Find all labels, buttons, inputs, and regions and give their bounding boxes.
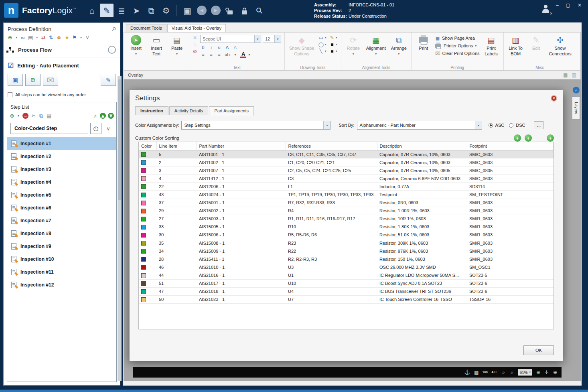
stroke-color-icon[interactable]: ■ xyxy=(330,42,335,47)
tab-instruction[interactable]: Instruction xyxy=(135,106,168,115)
part-row[interactable]: 34AIS15009 - 1R22Resistor, 976K 1%, 0603… xyxy=(139,247,554,255)
add-step-icon[interactable]: ⊕ xyxy=(8,35,12,40)
color-swatch[interactable] xyxy=(141,160,146,165)
zoom-in-icon[interactable]: ⌕ xyxy=(509,370,514,375)
asc-radio[interactable] xyxy=(489,123,493,128)
col-line-item[interactable]: Line Item xyxy=(156,142,197,150)
color-swatch[interactable] xyxy=(141,176,146,181)
zoom-100-icon[interactable]: 100 xyxy=(483,371,488,374)
bold-icon[interactable]: b xyxy=(200,45,206,50)
shape-line-dropdown-icon[interactable]: ▾ xyxy=(324,50,327,53)
step-item[interactable]: Inspection #10 xyxy=(7,253,116,266)
part-row[interactable]: 37AIS15001 - 1R7, R32, R32-R33, R33Resis… xyxy=(139,199,554,207)
pen-color-dropdown-icon[interactable]: ▾ xyxy=(335,36,338,39)
zoom-search-icon[interactable]: ⌕ xyxy=(93,113,98,118)
add-step-dropdown-icon[interactable]: ▾ xyxy=(15,36,18,39)
tab-document-tools[interactable]: Document Tools xyxy=(126,24,166,32)
import-step-button[interactable]: ⧉ xyxy=(25,74,41,86)
pin-icon[interactable]: ⚲ xyxy=(111,26,118,32)
grow-font-icon[interactable]: A xyxy=(224,45,230,50)
part-row[interactable]: 27AIS15003 - 1R1, R11, R11, R16, R16-R17… xyxy=(139,215,554,223)
step-item[interactable]: Inspection #4 xyxy=(7,176,116,189)
print-button[interactable]: Print xyxy=(415,34,432,52)
font-color-button[interactable]: A xyxy=(240,52,246,58)
dsc-radio[interactable] xyxy=(509,123,513,128)
navigate-icon[interactable]: ➤ xyxy=(130,4,143,17)
part-row[interactable]: 29AIS15002 - 1R4Resistor, 1.00R 1%, 0603… xyxy=(139,207,554,215)
sort-by-select[interactable]: Alphanumeric - Part Number ▾ xyxy=(357,121,482,130)
stack-icon[interactable]: ≣ xyxy=(115,4,128,17)
step-item[interactable]: Inspection #1 xyxy=(7,137,116,150)
overlay-layers-icon[interactable]: ▥ xyxy=(572,73,576,77)
highlight-dropdown-icon[interactable]: ▾ xyxy=(232,52,238,58)
chevron-down-icon[interactable]: ∨ xyxy=(103,126,113,132)
arrange-button[interactable]: ⧉ Arrange ▾ xyxy=(390,34,408,57)
process-flow-row[interactable]: Process Flow ↓ xyxy=(4,43,120,57)
document-canvas[interactable]: ⌕ Layers ⚓▦100ALL⌕⌕ 61% ▾ ⊕✛⊕ Settings ✕… xyxy=(124,79,581,381)
step-item[interactable]: Inspection #3 xyxy=(7,163,116,176)
fill-color-dropdown-icon[interactable]: ▾ xyxy=(335,50,338,53)
edit-button[interactable]: ✎ Edit xyxy=(527,34,545,52)
step-item[interactable]: Inspection #8 xyxy=(7,227,116,240)
tab-activity-details[interactable]: Activity Details xyxy=(169,106,209,115)
shape-rect-icon[interactable]: ▭ xyxy=(318,35,323,40)
step-item[interactable]: Inspection #7 xyxy=(7,214,116,227)
step-item[interactable]: Inspection #6 xyxy=(7,201,116,214)
discard-step-button[interactable]: ⌧ xyxy=(43,74,58,86)
search-lock-icon[interactable]: ⚲ xyxy=(249,1,269,20)
color-swatch[interactable] xyxy=(141,265,146,270)
part-row[interactable]: 4AIS11412 - 1C3Capacitor, Ceramic 6.8PF … xyxy=(139,175,554,183)
more-options-button[interactable]: ... xyxy=(534,121,543,129)
reorder-icon[interactable]: ⇅ xyxy=(49,35,53,40)
fill-color-icon[interactable]: ■ xyxy=(330,49,335,54)
col-color[interactable]: Color xyxy=(139,142,156,150)
vertical-scrollbar[interactable] xyxy=(118,76,122,381)
part-row[interactable]: 33AIS15005 - 1R10Resistor, 1.80K 1%, 060… xyxy=(139,223,554,231)
target-icon[interactable]: ⊕ xyxy=(553,370,558,375)
color-swatch[interactable] xyxy=(141,257,146,262)
show-page-area-button[interactable]: ▦ Show Page Area xyxy=(435,36,480,41)
rotate-button[interactable]: ⟳ Rotate ▾ xyxy=(345,34,362,57)
color-swatch[interactable] xyxy=(141,225,146,230)
pages-icon[interactable]: ⧉ xyxy=(144,4,158,17)
part-row[interactable]: 44AIS21016 - 1U1IC Regulator LDO Micropo… xyxy=(139,271,554,279)
step-item[interactable]: Inspection #12 xyxy=(7,278,116,291)
step-item[interactable]: Inspection #11 xyxy=(7,266,116,278)
pan-icon[interactable]: ✛ xyxy=(544,370,549,375)
home-icon[interactable]: ⌂ xyxy=(85,4,99,17)
tab-part-assignments[interactable]: Part Assignments xyxy=(209,106,254,116)
star-icon[interactable]: ★ xyxy=(65,35,69,40)
edit-document-icon[interactable]: ✎ xyxy=(100,4,114,17)
block-icon[interactable]: ⊘ xyxy=(193,49,197,54)
back-icon[interactable]: ◀ xyxy=(197,6,207,15)
shape-ellipse-dropdown-icon[interactable]: ▾ xyxy=(324,43,327,46)
paste-icon[interactable]: ▤ xyxy=(47,113,51,118)
color-swatch[interactable] xyxy=(141,233,146,238)
insert-text-button[interactable]: ▭ Insert Text xyxy=(148,34,165,57)
col-part-number[interactable]: Part Number xyxy=(197,142,286,150)
add-color-button-2[interactable]: + xyxy=(525,134,532,142)
part-row[interactable]: 50AIS21023 - 1U7IC Touch Screen Controll… xyxy=(139,295,554,303)
italic-icon[interactable]: i xyxy=(208,45,214,50)
highlight-icon[interactable]: ab xyxy=(224,52,230,58)
color-swatch[interactable] xyxy=(141,249,146,254)
minimize-button[interactable]: – xyxy=(556,2,559,8)
zoom-level-select[interactable]: 61% ▾ xyxy=(518,369,532,376)
add-color-button-1[interactable]: + xyxy=(514,134,521,142)
col-footprint[interactable]: Footprint xyxy=(467,142,554,150)
show-connectors-button[interactable]: ✣ Show Connectors xyxy=(548,34,573,57)
step-item[interactable]: Inspection #5 xyxy=(7,189,116,201)
shape-ellipse-icon[interactable]: ◯ xyxy=(318,42,323,47)
cut-icon[interactable]: ✂ xyxy=(31,113,36,118)
shape-line-icon[interactable]: ╲ xyxy=(318,49,323,54)
add-icon[interactable]: ⊕ xyxy=(10,113,14,118)
col-references[interactable]: References xyxy=(286,142,377,150)
move-down-icon[interactable]: ▼ xyxy=(108,113,114,119)
dialog-close-button[interactable]: ✕ xyxy=(551,95,557,102)
add-color-button-3[interactable]: + xyxy=(547,134,554,142)
color-swatch[interactable] xyxy=(141,217,146,221)
printer-options-button[interactable]: Printer Options ▾ xyxy=(435,43,480,49)
user-icon[interactable]: ☻ xyxy=(56,35,62,40)
ok-button[interactable]: OK xyxy=(523,345,554,355)
clear-print-options-button[interactable]: ⌧ Clear Print Options xyxy=(435,51,480,56)
